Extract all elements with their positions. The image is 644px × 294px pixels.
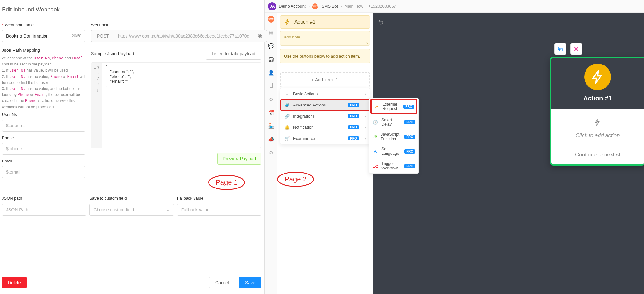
cancel-button[interactable]: Cancel xyxy=(209,277,235,288)
json-path-mapping-label: Json Path Mapping xyxy=(2,48,85,53)
grid-icon[interactable]: ▦ xyxy=(268,29,274,36)
json-code-editor[interactable]: 1 ▾ 2 3 4 5 { "user_ns": "", "phone": ""… xyxy=(91,62,261,148)
briefcase-icon: 🧳 xyxy=(284,103,290,107)
bot-name[interactable]: SMS Bot xyxy=(322,4,338,9)
user-icon: ☺ xyxy=(284,92,290,96)
undo-button[interactable] xyxy=(376,17,386,27)
fallback-col-label: Fallback value xyxy=(177,196,261,201)
clock-icon: 🕒 xyxy=(373,120,378,125)
user-ns-input[interactable] xyxy=(2,120,85,132)
webhook-method: POST xyxy=(91,30,114,42)
note-input[interactable]: add note ... ⤡ xyxy=(280,31,370,46)
node-badge xyxy=(584,64,611,90)
submenu-trigger-workflow[interactable]: ⎇ Trigger Workflow PRO xyxy=(369,159,418,173)
flow-phone: +15202003667 xyxy=(368,4,396,9)
gear-icon[interactable]: ⚙ xyxy=(268,96,274,102)
action-editor-panel: Action #1 ≡ add note ... ⤡ Use the butto… xyxy=(277,13,373,294)
email-label: Email xyxy=(2,159,85,163)
action-node[interactable]: Action #1 Click to add action Continue t… xyxy=(550,57,644,166)
flow-name[interactable]: Main Flow xyxy=(345,4,363,9)
fallback-input[interactable] xyxy=(177,204,261,216)
help-text: At least one of the User Ns, Phone and E… xyxy=(2,55,85,110)
action-title: Action #1 xyxy=(294,19,364,25)
copy-url-button[interactable] xyxy=(253,30,267,42)
custom-field-select[interactable]: Choose custom field ⌄ xyxy=(89,204,174,216)
chevron-left-icon: ‹ xyxy=(365,103,366,107)
code-body[interactable]: { "user_ns": "", "phone": "", "email": "… xyxy=(102,63,261,148)
webhook-name-counter: 20/50 xyxy=(72,34,81,38)
chevron-up-icon: ⌃ xyxy=(335,77,339,82)
email-input[interactable] xyxy=(2,166,85,178)
phone-label: Phone xyxy=(2,135,85,140)
menu-item-advanced[interactable]: 🧳 Advanced Actions PRO ‹ xyxy=(280,99,370,111)
bolt-icon xyxy=(556,119,639,127)
submenu-set-language[interactable]: A Set Language PRO xyxy=(369,144,418,159)
submenu-external-request[interactable]: ↗ External Request PRO xyxy=(370,99,417,114)
calendar-icon[interactable]: 📅 xyxy=(268,109,274,116)
webhook-name-label: *Webhook name xyxy=(2,23,85,27)
megaphone-icon[interactable]: 📣 xyxy=(268,136,274,142)
node-hint[interactable]: Click to add action xyxy=(556,133,639,139)
add-item-button[interactable]: + Add Item⌃ xyxy=(280,72,370,87)
action-category-menu: ☺ Basic Actions › 🧳 Advanced Actions PRO… xyxy=(280,88,370,144)
node-continue[interactable]: Continue to next st xyxy=(556,152,639,158)
save-button[interactable]: Save xyxy=(239,277,261,288)
side-rail: SMS ▦ 💬 🎧 👤 🗄 ⚙ 📅 🏪 📣 ⚙ ≡ xyxy=(265,13,277,294)
panel-footer: Delete Cancel Save xyxy=(0,272,264,294)
json-path-input[interactable] xyxy=(2,204,86,216)
hint-box: Use the buttons below to add action item… xyxy=(280,49,370,63)
advanced-submenu: ↗ External Request PRO 🕒 Smart Delay PRO… xyxy=(369,98,419,174)
external-icon: ↗ xyxy=(373,104,379,109)
webhook-url-label: Webhook Url xyxy=(91,23,267,27)
settings-icon[interactable]: ⚙ xyxy=(268,149,274,156)
store-icon[interactable]: 🏪 xyxy=(268,123,274,129)
webhook-edit-panel: Edit Inbound Webhook *Webhook name 20/50… xyxy=(0,0,265,294)
menu-item-notification[interactable]: 🔔 Notification PRO › xyxy=(280,122,370,133)
flow-editor: DA Demo Account › SMS SMS Bot › Main Flo… xyxy=(265,0,644,294)
workflow-icon: ⎇ xyxy=(373,164,378,168)
node-title: Action #1 xyxy=(554,95,641,102)
menu-item-basic[interactable]: ☺ Basic Actions › xyxy=(280,88,370,99)
bell-icon: 🔔 xyxy=(284,125,290,130)
headset-icon[interactable]: 🎧 xyxy=(268,56,274,62)
submenu-smart-delay[interactable]: 🕒 Smart Delay PRO xyxy=(369,115,418,129)
duplicate-node-button[interactable] xyxy=(554,43,566,55)
webhook-url-value: https://www com.au/api/iwh/a30ac2383c66c… xyxy=(114,30,253,42)
breadcrumb: DA Demo Account › SMS SMS Bot › Main Flo… xyxy=(265,0,644,13)
link-icon: 🔗 xyxy=(284,114,290,119)
json-path-col-label: JSON path xyxy=(2,196,86,201)
sample-payload-label: Sample Json Payload xyxy=(91,51,134,56)
menu-icon[interactable]: ≡ xyxy=(364,19,367,25)
crumb-sep-icon: › xyxy=(340,4,342,9)
copy-icon xyxy=(257,33,263,38)
user-ns-label: User Ns xyxy=(2,112,85,117)
bolt-icon xyxy=(591,70,605,84)
chevron-right-icon: › xyxy=(365,136,366,141)
users-icon[interactable]: 👤 xyxy=(268,69,274,76)
account-name[interactable]: Demo Account xyxy=(279,4,306,9)
copy-icon xyxy=(558,46,563,52)
collapse-rail-icon[interactable]: ≡ xyxy=(268,284,274,290)
delete-node-button[interactable] xyxy=(570,43,582,55)
listen-payload-button[interactable]: Listen to data payload xyxy=(206,48,261,60)
save-field-col-label: Save to custom field xyxy=(89,196,174,201)
chat-icon[interactable]: 💬 xyxy=(268,43,274,49)
panel-title: Edit Inbound Webhook xyxy=(2,6,261,13)
menu-item-ecommerce[interactable]: 🛒 Ecommerce PRO › xyxy=(280,133,370,144)
database-icon[interactable]: 🗄 xyxy=(268,83,274,89)
menu-item-integrations[interactable]: 🔗 Integrations PRO › xyxy=(280,111,370,122)
preview-payload-button[interactable]: Preview Payload xyxy=(217,153,261,165)
undo-icon xyxy=(378,19,384,25)
sms-channel-icon[interactable]: SMS xyxy=(268,16,274,22)
phone-input[interactable] xyxy=(2,143,85,155)
action-header: Action #1 ≡ xyxy=(280,15,370,29)
chevron-down-icon: ⌄ xyxy=(166,207,170,212)
submenu-js-function[interactable]: JS JavaScript Function PRO xyxy=(369,129,418,144)
sms-badge-icon: SMS xyxy=(312,3,318,9)
js-icon: JS xyxy=(373,134,378,139)
delete-button[interactable]: Delete xyxy=(2,277,27,288)
code-gutter: 1 ▾ 2 3 4 5 xyxy=(91,63,102,148)
language-icon: A xyxy=(373,149,378,154)
resize-handle-icon[interactable]: ⤡ xyxy=(366,41,368,45)
account-avatar[interactable]: DA xyxy=(268,2,276,10)
